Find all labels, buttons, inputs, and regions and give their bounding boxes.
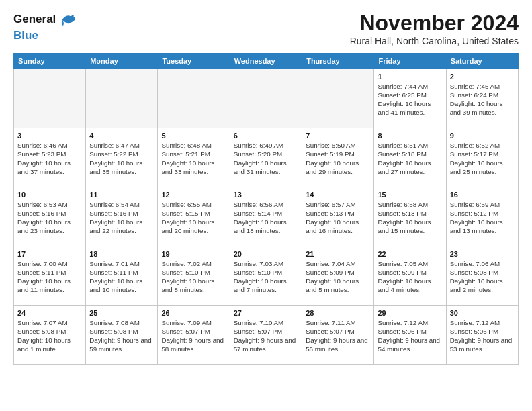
- table-row: 16Sunrise: 6:59 AM Sunset: 5:12 PM Dayli…: [446, 187, 518, 246]
- day-info: Sunrise: 6:59 AM Sunset: 5:12 PM Dayligh…: [450, 201, 515, 236]
- col-tuesday: Tuesday: [158, 54, 230, 69]
- day-info: Sunrise: 7:06 AM Sunset: 5:08 PM Dayligh…: [450, 260, 515, 295]
- day-number: 25: [89, 308, 154, 318]
- table-row: 24Sunrise: 7:07 AM Sunset: 5:08 PM Dayli…: [14, 306, 86, 365]
- day-number: 20: [234, 249, 299, 259]
- day-info: Sunrise: 7:01 AM Sunset: 5:11 PM Dayligh…: [89, 260, 154, 295]
- day-number: 21: [306, 249, 370, 259]
- header: General Blue November 2024 Rural Hall, N…: [13, 11, 519, 46]
- table-row: [302, 69, 374, 128]
- calendar-week-row: 17Sunrise: 7:00 AM Sunset: 5:11 PM Dayli…: [14, 246, 519, 306]
- table-row: 15Sunrise: 6:58 AM Sunset: 5:13 PM Dayli…: [374, 187, 446, 246]
- day-info: Sunrise: 6:49 AM Sunset: 5:20 PM Dayligh…: [234, 142, 299, 177]
- day-info: Sunrise: 6:56 AM Sunset: 5:14 PM Dayligh…: [234, 201, 299, 236]
- day-number: 24: [17, 308, 82, 318]
- day-number: 1: [378, 72, 442, 82]
- table-row: 11Sunrise: 6:54 AM Sunset: 5:16 PM Dayli…: [86, 187, 158, 246]
- day-number: 30: [450, 308, 515, 318]
- day-number: 13: [234, 190, 299, 200]
- day-info: Sunrise: 6:58 AM Sunset: 5:13 PM Dayligh…: [378, 201, 442, 236]
- calendar-week-row: 1Sunrise: 7:44 AM Sunset: 6:25 PM Daylig…: [14, 69, 519, 128]
- calendar-header-row: Sunday Monday Tuesday Wednesday Thursday…: [14, 54, 519, 69]
- day-number: 10: [17, 190, 82, 200]
- col-saturday: Saturday: [446, 54, 518, 69]
- table-row: 23Sunrise: 7:06 AM Sunset: 5:08 PM Dayli…: [446, 246, 518, 306]
- day-number: 19: [161, 249, 226, 259]
- day-info: Sunrise: 7:00 AM Sunset: 5:11 PM Dayligh…: [17, 260, 82, 295]
- col-thursday: Thursday: [302, 54, 374, 69]
- calendar-week-row: 3Sunrise: 6:46 AM Sunset: 5:23 PM Daylig…: [14, 128, 519, 187]
- day-info: Sunrise: 7:09 AM Sunset: 5:07 PM Dayligh…: [161, 319, 226, 354]
- day-number: 9: [450, 131, 515, 141]
- table-row: 7Sunrise: 6:50 AM Sunset: 5:19 PM Daylig…: [302, 128, 374, 187]
- day-number: 2: [450, 72, 515, 82]
- table-row: 25Sunrise: 7:08 AM Sunset: 5:08 PM Dayli…: [86, 306, 158, 365]
- table-row: 3Sunrise: 6:46 AM Sunset: 5:23 PM Daylig…: [14, 128, 86, 187]
- calendar: Sunday Monday Tuesday Wednesday Thursday…: [13, 53, 519, 365]
- table-row: 22Sunrise: 7:05 AM Sunset: 5:09 PM Dayli…: [374, 246, 446, 306]
- col-sunday: Sunday: [14, 54, 86, 69]
- table-row: [158, 69, 230, 128]
- table-row: 18Sunrise: 7:01 AM Sunset: 5:11 PM Dayli…: [86, 246, 158, 306]
- col-wednesday: Wednesday: [230, 54, 302, 69]
- day-info: Sunrise: 7:12 AM Sunset: 5:06 PM Dayligh…: [450, 319, 515, 354]
- table-row: 21Sunrise: 7:04 AM Sunset: 5:09 PM Dayli…: [302, 246, 374, 306]
- logo: General Blue: [13, 11, 76, 42]
- day-number: 4: [89, 131, 154, 141]
- day-info: Sunrise: 7:05 AM Sunset: 5:09 PM Dayligh…: [378, 260, 442, 295]
- day-number: 6: [234, 131, 299, 141]
- day-info: Sunrise: 7:07 AM Sunset: 5:08 PM Dayligh…: [17, 319, 82, 354]
- day-number: 11: [89, 190, 154, 200]
- table-row: 28Sunrise: 7:11 AM Sunset: 5:07 PM Dayli…: [302, 306, 374, 365]
- table-row: [230, 69, 302, 128]
- table-row: [14, 69, 86, 128]
- day-number: 16: [450, 190, 515, 200]
- day-number: 26: [161, 308, 226, 318]
- calendar-week-row: 24Sunrise: 7:07 AM Sunset: 5:08 PM Dayli…: [14, 306, 519, 365]
- day-info: Sunrise: 7:03 AM Sunset: 5:10 PM Dayligh…: [234, 260, 299, 295]
- day-info: Sunrise: 6:51 AM Sunset: 5:18 PM Dayligh…: [378, 142, 442, 177]
- day-info: Sunrise: 7:11 AM Sunset: 5:07 PM Dayligh…: [306, 319, 370, 354]
- day-number: 7: [306, 131, 370, 141]
- table-row: 17Sunrise: 7:00 AM Sunset: 5:11 PM Dayli…: [14, 246, 86, 306]
- day-number: 23: [450, 249, 515, 259]
- day-number: 8: [378, 131, 442, 141]
- table-row: 14Sunrise: 6:57 AM Sunset: 5:13 PM Dayli…: [302, 187, 374, 246]
- table-row: 6Sunrise: 6:49 AM Sunset: 5:20 PM Daylig…: [230, 128, 302, 187]
- day-number: 29: [378, 308, 442, 318]
- table-row: 2Sunrise: 7:45 AM Sunset: 6:24 PM Daylig…: [446, 69, 518, 128]
- day-info: Sunrise: 6:57 AM Sunset: 5:13 PM Dayligh…: [306, 201, 370, 236]
- table-row: 1Sunrise: 7:44 AM Sunset: 6:25 PM Daylig…: [374, 69, 446, 128]
- day-number: 28: [306, 308, 370, 318]
- location: Rural Hall, North Carolina, United State…: [350, 36, 519, 46]
- day-info: Sunrise: 6:46 AM Sunset: 5:23 PM Dayligh…: [17, 142, 82, 177]
- table-row: 13Sunrise: 6:56 AM Sunset: 5:14 PM Dayli…: [230, 187, 302, 246]
- day-info: Sunrise: 6:50 AM Sunset: 5:19 PM Dayligh…: [306, 142, 370, 177]
- day-info: Sunrise: 7:45 AM Sunset: 6:24 PM Dayligh…: [450, 83, 515, 118]
- table-row: 5Sunrise: 6:48 AM Sunset: 5:21 PM Daylig…: [158, 128, 230, 187]
- col-monday: Monday: [86, 54, 158, 69]
- logo-bird-icon: [57, 11, 76, 30]
- day-number: 12: [161, 190, 226, 200]
- day-info: Sunrise: 7:10 AM Sunset: 5:07 PM Dayligh…: [234, 319, 299, 354]
- day-info: Sunrise: 6:55 AM Sunset: 5:15 PM Dayligh…: [161, 201, 226, 236]
- logo-text: General Blue: [13, 11, 76, 42]
- day-info: Sunrise: 7:12 AM Sunset: 5:06 PM Dayligh…: [378, 319, 442, 354]
- table-row: 20Sunrise: 7:03 AM Sunset: 5:10 PM Dayli…: [230, 246, 302, 306]
- col-friday: Friday: [374, 54, 446, 69]
- table-row: 8Sunrise: 6:51 AM Sunset: 5:18 PM Daylig…: [374, 128, 446, 187]
- table-row: 27Sunrise: 7:10 AM Sunset: 5:07 PM Dayli…: [230, 306, 302, 365]
- day-number: 27: [234, 308, 299, 318]
- day-info: Sunrise: 6:54 AM Sunset: 5:16 PM Dayligh…: [89, 201, 154, 236]
- day-info: Sunrise: 7:44 AM Sunset: 6:25 PM Dayligh…: [378, 83, 442, 118]
- day-info: Sunrise: 6:47 AM Sunset: 5:22 PM Dayligh…: [89, 142, 154, 177]
- day-number: 18: [89, 249, 154, 259]
- month-title: November 2024: [350, 11, 519, 36]
- day-number: 22: [378, 249, 442, 259]
- day-number: 17: [17, 249, 82, 259]
- table-row: 19Sunrise: 7:02 AM Sunset: 5:10 PM Dayli…: [158, 246, 230, 306]
- table-row: 10Sunrise: 6:53 AM Sunset: 5:16 PM Dayli…: [14, 187, 86, 246]
- table-row: 9Sunrise: 6:52 AM Sunset: 5:17 PM Daylig…: [446, 128, 518, 187]
- page: General Blue November 2024 Rural Hall, N…: [0, 0, 532, 371]
- title-area: November 2024 Rural Hall, North Carolina…: [350, 11, 519, 46]
